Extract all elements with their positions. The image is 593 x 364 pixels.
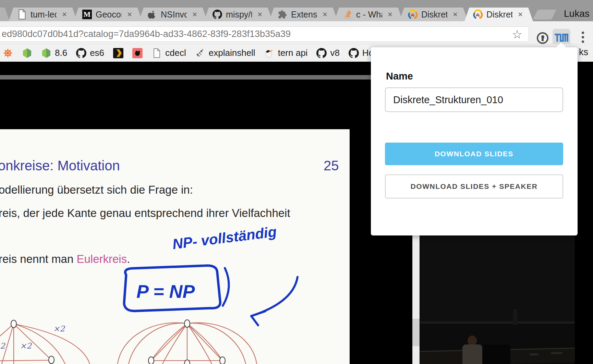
github-icon (76, 48, 86, 58)
plex-icon (113, 48, 123, 58)
tern-bird-icon (264, 48, 275, 58)
nodejs-icon (41, 48, 51, 58)
profile-name[interactable]: Lukas (564, 8, 590, 19)
url-text[interactable]: ed980dc07d0b41d?catalog=7da9964b-ad33-48… (2, 29, 511, 39)
video-player-divider-bar (0, 75, 371, 80)
bookmark-es6[interactable]: es6 (76, 48, 104, 58)
bookmark-v8[interactable]: v8 (316, 48, 339, 58)
tab-geocoding[interactable]: M Geocor × (74, 8, 142, 21)
bookmark-star-icon[interactable]: ☆ (511, 28, 524, 40)
tab-close-icon[interactable]: × (386, 10, 395, 19)
download-slides-button[interactable]: DOWNLOAD SLIDES (385, 143, 563, 165)
onepassword-extension-icon[interactable] (537, 32, 548, 44)
document-icon (152, 48, 162, 58)
bookmark-explainshell[interactable]: explainshell (195, 48, 255, 58)
svg-text:×2: ×2 (53, 324, 65, 333)
tab-stackoverflow[interactable]: c - Wha × (334, 8, 403, 21)
tum-live-icon (473, 9, 483, 20)
tab-label: mispy/t (226, 10, 252, 20)
multiplicity-labels: 2 ×2 ×2 (0, 324, 65, 350)
tab-label: Diskrete (421, 10, 447, 20)
lecturer-body (462, 344, 482, 364)
tab-diskrete-strukturen-1[interactable]: Diskrete × (399, 8, 468, 21)
tab-strip: tum-lec × M Geocor × NSInvo × mispy/t × (0, 0, 593, 21)
tab-label: Extensi (291, 10, 317, 20)
blackboard-rail (420, 321, 575, 324)
tab-close-icon[interactable]: × (190, 10, 199, 19)
player-scrollbar-thumb[interactable] (412, 319, 420, 346)
bookmark-tern-api[interactable]: tern api (264, 48, 308, 58)
bookmark-ho[interactable]: Ho (349, 48, 374, 58)
blackboard (420, 235, 575, 321)
github-icon (316, 48, 327, 58)
tab-label: tum-lec (31, 10, 57, 20)
svg-text:P = NP: P = NP (136, 281, 195, 302)
eulerkreis-highlight: Eulerkreis (76, 253, 127, 265)
bookmark-overflow-label[interactable]: ks (579, 47, 588, 58)
handwritten-arrow (251, 277, 298, 325)
extension-puzzle-icon (277, 9, 288, 20)
tab-close-icon[interactable]: × (451, 10, 460, 19)
tum-live-icon (408, 9, 418, 20)
slide-page-number: 25 (324, 158, 339, 173)
github-icon (349, 48, 359, 58)
np-handwriting: NP- vollständig (171, 223, 277, 252)
slide-line-2: reis, der jede Kante genau entsprechend … (0, 207, 290, 220)
svg-text:×2: ×2 (20, 341, 32, 350)
stackoverflow-icon (342, 9, 353, 20)
tab-nsinvocation[interactable]: NSInvo × (139, 8, 207, 21)
nodejs-icon (22, 48, 32, 58)
euler-graph-right (118, 323, 257, 364)
lecturer-camera-video[interactable] (420, 235, 575, 364)
explainshell-icon (195, 48, 205, 58)
name-label: Name (386, 71, 413, 82)
partial-tab-edge (0, 8, 10, 21)
new-tab-button[interactable] (533, 10, 557, 20)
filename-input[interactable] (385, 87, 563, 112)
browser-window: tum-lec × M Geocor × NSInvo × mispy/t × (0, 0, 593, 364)
bookmark-starburst[interactable] (3, 48, 13, 58)
starburst-icon (3, 48, 13, 58)
popup-arrow (556, 43, 566, 48)
graph-nodes (11, 320, 225, 364)
slide-line-3: reis nennt man Eulerkreis. (0, 253, 130, 266)
bookmark-nodejs-86[interactable]: 8.6 (41, 48, 67, 58)
tab-diskrete-strukturen-2-active[interactable]: Diskrete × (464, 8, 533, 21)
browser-menu-icon[interactable] (579, 32, 586, 43)
bookmark-red-pet[interactable] (132, 48, 143, 58)
slide-title: onkreise: Motivation (0, 158, 120, 173)
tab-close-icon[interactable]: × (125, 10, 134, 19)
lecture-slide-video[interactable]: onkreise: Motivation 25 odellierung über… (0, 129, 350, 364)
tab-label: Diskrete (486, 10, 512, 20)
pnp-box-handwriting: P = NP (124, 266, 229, 311)
address-bar[interactable]: ed980dc07d0b41d?catalog=7da9964b-ad33-48… (0, 26, 529, 42)
tab-close-icon[interactable]: × (60, 10, 69, 19)
chair-jacket (482, 344, 510, 364)
bookmark-nodejs[interactable] (22, 48, 32, 58)
bookmark-cdecl[interactable]: cdecl (152, 48, 186, 58)
tab-close-icon[interactable]: × (255, 10, 264, 19)
tab-label: NSInvo (161, 10, 187, 20)
tab-label: c - Wha (356, 10, 382, 20)
tab-label: Geocor (96, 10, 122, 20)
toolbar: ed980dc07d0b41d?catalog=7da9964b-ad33-48… (0, 21, 593, 44)
red-pet-icon (132, 48, 143, 58)
tab-close-icon[interactable]: × (320, 10, 329, 19)
document-icon (17, 9, 27, 20)
euler-graph-left (0, 324, 90, 364)
download-slides-speaker-button[interactable]: DOWNLOAD SLIDES + SPEAKER (385, 174, 563, 198)
medium-icon: M (82, 9, 92, 20)
tab-github-mispy[interactable]: mispy/t × (204, 8, 273, 21)
tab-close-icon[interactable]: × (516, 10, 525, 19)
svg-text:2: 2 (0, 341, 5, 350)
github-icon (212, 9, 222, 20)
tum-extension-popup: Name DOWNLOAD SLIDES DOWNLOAD SLIDES + S… (371, 47, 578, 235)
tum-logo-icon (555, 33, 568, 42)
tab-extensions[interactable]: Extensi × (269, 8, 338, 21)
apple-icon (147, 9, 157, 20)
bookmark-plex[interactable] (113, 48, 123, 58)
tab-tum-lec[interactable]: tum-lec × (9, 8, 77, 21)
slide-line-1: odellierung übersetzt sich die Frage in: (0, 183, 193, 196)
